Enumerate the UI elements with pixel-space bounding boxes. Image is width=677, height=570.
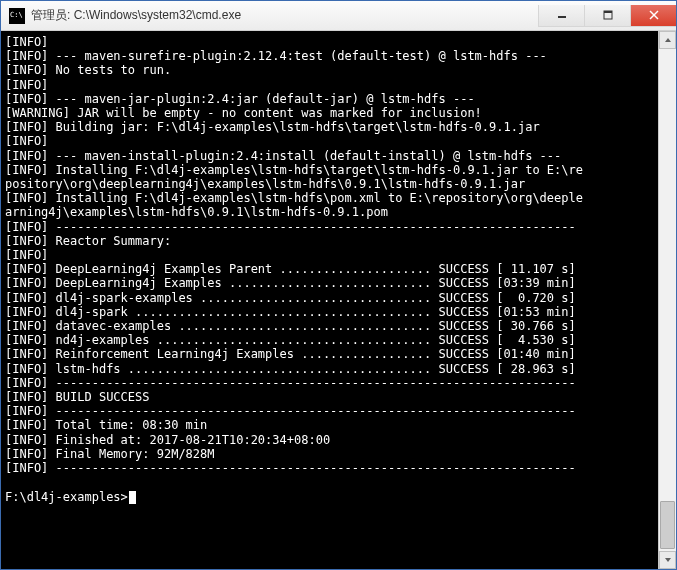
console-line: arning4j\examples\lstm-hdfs\0.9.1\lstm-h…: [5, 205, 388, 219]
console-line: [INFO] ---------------------------------…: [5, 404, 576, 418]
console-line: [INFO] Reinforcement Learning4j Examples…: [5, 347, 576, 361]
minimize-button[interactable]: [538, 5, 584, 27]
console-line: [INFO] Installing F:\dl4j-examples\lstm-…: [5, 191, 583, 205]
cmd-icon: [9, 8, 25, 24]
console-line: [INFO] DeepLearning4j Examples Parent ..…: [5, 262, 576, 276]
maximize-button[interactable]: [584, 5, 630, 27]
window-buttons: [538, 5, 676, 27]
console-line: [INFO] DeepLearning4j Examples .........…: [5, 276, 576, 290]
console-line: [INFO] No tests to run.: [5, 63, 171, 77]
scroll-down-button[interactable]: [659, 551, 676, 569]
console-line: [INFO] dl4j-spark ......................…: [5, 305, 576, 319]
maximize-icon: [603, 10, 613, 20]
svg-marker-6: [665, 558, 671, 562]
console-line: [INFO]: [5, 35, 48, 49]
console-line: [INFO] Building jar: F:\dl4j-examples\ls…: [5, 120, 540, 134]
minimize-icon: [557, 10, 567, 20]
cmd-window: 管理员: C:\Windows\system32\cmd.exe [INFO] …: [0, 0, 677, 570]
console-line: [INFO]: [5, 78, 48, 92]
console-line: [INFO] ---------------------------------…: [5, 461, 576, 475]
console-line: [INFO] ---------------------------------…: [5, 220, 576, 234]
console-line: [INFO]: [5, 134, 48, 148]
scroll-thumb[interactable]: [660, 501, 675, 549]
console-line: [INFO] --- maven-jar-plugin:2.4:jar (def…: [5, 92, 475, 106]
console-line: [INFO] nd4j-examples ...................…: [5, 333, 576, 347]
console-line: [INFO] Installing F:\dl4j-examples\lstm-…: [5, 163, 583, 177]
console-line: [INFO] --- maven-surefire-plugin:2.12.4:…: [5, 49, 547, 63]
chevron-up-icon: [664, 36, 672, 44]
console-line: [INFO] Finished at: 2017-08-21T10:20:34+…: [5, 433, 330, 447]
close-icon: [649, 10, 659, 20]
console-prompt: F:\dl4j-examples>: [5, 490, 128, 504]
svg-marker-5: [665, 38, 671, 42]
console-area[interactable]: [INFO] [INFO] --- maven-surefire-plugin:…: [1, 31, 676, 569]
console-line: [INFO] Reactor Summary:: [5, 234, 171, 248]
console-line: pository\org\deeplearning4j\examples\lst…: [5, 177, 525, 191]
chevron-down-icon: [664, 556, 672, 564]
scroll-up-button[interactable]: [659, 31, 676, 49]
window-title: 管理员: C:\Windows\system32\cmd.exe: [31, 7, 241, 24]
close-button[interactable]: [630, 5, 676, 27]
console-line: [INFO] lstm-hdfs .......................…: [5, 362, 576, 376]
console-line: [WARNING] JAR will be empty - no content…: [5, 106, 482, 120]
console-line: [INFO] Total time: 08:30 min: [5, 418, 207, 432]
console-line: [INFO] dl4j-spark-examples .............…: [5, 291, 576, 305]
console-output: [INFO] [INFO] --- maven-surefire-plugin:…: [5, 35, 670, 504]
console-line: [INFO]: [5, 248, 48, 262]
scroll-track[interactable]: [659, 49, 676, 551]
cursor: [129, 491, 136, 504]
console-line: [INFO] ---------------------------------…: [5, 376, 576, 390]
scrollbar[interactable]: [658, 31, 676, 569]
titlebar[interactable]: 管理员: C:\Windows\system32\cmd.exe: [1, 1, 676, 31]
console-line: [INFO] --- maven-install-plugin:2.4:inst…: [5, 149, 561, 163]
console-line: [INFO] datavec-examples ................…: [5, 319, 576, 333]
console-line: [INFO] Final Memory: 92M/828M: [5, 447, 215, 461]
console-line: [INFO] BUILD SUCCESS: [5, 390, 150, 404]
